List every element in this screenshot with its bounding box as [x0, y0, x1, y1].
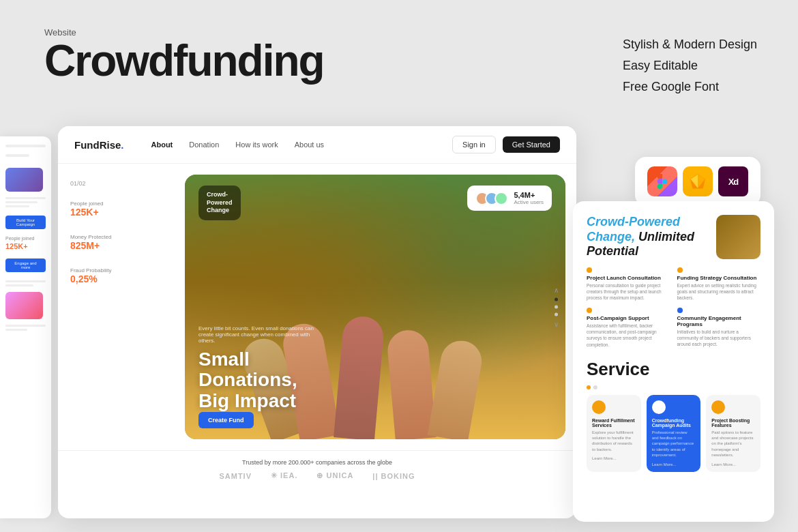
nav-logo: FundRise. — [74, 139, 124, 151]
nav-links: About Donation How its work About us — [151, 141, 453, 149]
rp-service-2: Funding Strategy Consultation Expert adv… — [677, 267, 761, 301]
service-desc-4: Initiatives to build and nurture a commu… — [677, 329, 761, 347]
rp-section-title: Service — [587, 359, 760, 380]
tool-icons-panel: Xd — [635, 157, 760, 206]
active-users-badge: 5,4M+ Active users — [467, 186, 552, 211]
rp-service-4: Community Engagement Programs Initiative… — [677, 308, 761, 347]
hero-section: 01/02 People joined 125K+ Money Protecte… — [58, 164, 576, 450]
card-learn-1[interactable]: Learn More... — [592, 456, 636, 460]
service-title-2: Funding Strategy Consultation — [677, 275, 761, 281]
card-desc-1: Explore your fulfillment solution to han… — [592, 430, 636, 453]
scroll-indicator: ∧ ∨ — [554, 286, 559, 328]
trusted-text: Trusted by more 200.000+ companies acros… — [74, 459, 560, 466]
hero-headline: SmallDonations,Big Impact — [198, 349, 552, 412]
brand-samtiv: SAMTIV — [219, 472, 252, 480]
navbar: FundRise. About Donation How its work Ab… — [58, 126, 576, 164]
service-dot-3 — [587, 308, 592, 313]
nav-logo-dot: . — [121, 139, 123, 151]
rp-card-3: Project Boosting Features Paid options t… — [706, 395, 760, 472]
service-desc-2: Expert advice on setting realistic fundi… — [677, 282, 761, 301]
stat-money: Money Protected 825M+ — [70, 234, 162, 251]
rp-service-3: Post-Campaign Support Assistance with fu… — [587, 308, 670, 347]
rp-pagination — [587, 385, 760, 389]
card-title-2: Crowdfunding Campaign Audits — [652, 418, 696, 428]
hero-stats: 01/02 People joined 125K+ Money Protecte… — [58, 164, 174, 450]
rp-header: Crowd-PoweredChange, UnlimitedPotential — [587, 215, 760, 259]
card-title-3: Project Boosting Features — [711, 418, 755, 428]
service-desc-1: Personal consultation to guide project c… — [587, 282, 670, 301]
avatar-stack — [475, 192, 508, 205]
features-list: Stylish & Modern Design Easy Editable Fr… — [623, 38, 757, 101]
rp-service-1: Project Launch Consultation Personal con… — [587, 267, 670, 301]
rp-card-1: Reward Fulfillment Services Explore your… — [587, 395, 641, 472]
card-learn-2[interactable]: Learn More... — [652, 462, 696, 467]
stat-people: People joined 125K+ — [70, 201, 162, 218]
card-icon-3 — [711, 400, 725, 414]
service-title-3: Post-Campaign Support — [587, 315, 670, 321]
scroll-dot-2 — [555, 306, 558, 309]
active-users-info: 5,4M+ Active users — [514, 191, 544, 205]
avatar-3 — [494, 192, 508, 205]
service-title-4: Community Engagement Programs — [677, 315, 761, 327]
service-dot-4 — [677, 308, 683, 313]
brand-boking: || BOKING — [372, 472, 415, 480]
service-dot-1 — [587, 267, 592, 273]
scroll-dot-3 — [555, 313, 558, 316]
rp-cards-row: Reward Fulfillment Services Explore your… — [587, 395, 760, 472]
hero-subtitle: Every little bit counts. Even small dona… — [198, 325, 321, 344]
card-icon-1 — [592, 400, 606, 414]
stat-fraud: Fraud Probability 0,25% — [70, 267, 162, 284]
get-started-button[interactable]: Get Started — [503, 136, 560, 153]
hero-card-text: Crowd-PoweredChange — [198, 186, 241, 220]
xd-icon: Xd — [718, 166, 748, 196]
pagination-dot-active — [587, 385, 591, 389]
rp-card-2: Crowdfunding Campaign Audits Professiona… — [647, 395, 701, 472]
service-dot-2 — [677, 267, 683, 273]
trusted-section: Trusted by more 200.000+ companies acros… — [58, 450, 576, 488]
hero-image: Crowd-PoweredChange 5,4M+ Active users — [185, 175, 565, 439]
sidebar-blue-btn: Build Your Campaign — [5, 216, 46, 229]
rp-title: Crowd-PoweredChange, UnlimitedPotential — [587, 215, 694, 259]
nav-link-how[interactable]: How its work — [235, 141, 278, 149]
card-desc-3: Paid options to feature and showcase pro… — [711, 430, 755, 458]
signin-button[interactable]: Sign in — [452, 136, 496, 153]
active-users-count: 5,4M+ — [514, 191, 544, 199]
feature-2: Easy Editable — [623, 59, 757, 73]
nav-link-contact[interactable]: About us — [295, 141, 324, 149]
rp-services-grid: Project Launch Consultation Personal con… — [587, 267, 760, 348]
service-desc-3: Assistance with fulfillment, backer comm… — [587, 323, 670, 347]
sketch-icon — [683, 166, 713, 196]
sidebar-people-label: People joined — [5, 236, 46, 241]
nav-actions: Sign in Get Started — [452, 136, 560, 153]
card-icon-2 — [652, 400, 666, 414]
brand-logos: SAMTIV ✳ IEA. ⊕ UNICA || BOKING — [74, 471, 560, 480]
right-detail-panel: Crowd-PoweredChange, UnlimitedPotential … — [573, 201, 774, 522]
scroll-dot-1 — [555, 298, 558, 301]
hero-counter: 01/02 — [70, 180, 162, 187]
sidebar-people-value: 125K+ — [5, 242, 46, 250]
figma-icon — [647, 166, 677, 196]
scroll-up-arrow: ∧ — [554, 286, 559, 294]
pagination-dot-1 — [593, 385, 597, 389]
rp-thumbnail — [716, 215, 760, 259]
top-label-area: Website Crowdfunding — [44, 27, 324, 83]
card-learn-3[interactable]: Learn More... — [711, 462, 755, 467]
rp-title-area: Crowd-PoweredChange, UnlimitedPotential — [587, 215, 694, 259]
scroll-down-arrow: ∨ — [554, 321, 559, 328]
brand-iea: ✳ IEA. — [271, 471, 297, 480]
feature-1: Stylish & Modern Design — [623, 38, 757, 52]
left-sidebar-preview: Build Your Campaign People joined 125K+ … — [0, 136, 51, 518]
feature-3: Free Google Font — [623, 80, 757, 94]
nav-link-about[interactable]: About — [151, 141, 173, 149]
brand-unica: ⊕ UNICA — [316, 471, 353, 480]
card-title-1: Reward Fulfillment Services — [592, 418, 636, 428]
nav-link-donation[interactable]: Donation — [189, 141, 219, 149]
main-mockup: FundRise. About Donation How its work Ab… — [58, 126, 576, 518]
hero-image-wrap: Crowd-PoweredChange 5,4M+ Active users — [185, 175, 565, 439]
hero-overlay: Every little bit counts. Even small dona… — [198, 325, 552, 412]
active-users-label: Active users — [514, 199, 544, 205]
service-title-1: Project Launch Consultation — [587, 275, 670, 281]
sidebar-blue-btn2: Engage and more — [5, 258, 46, 272]
create-fund-button[interactable]: Create Fund — [198, 412, 254, 428]
card-desc-2: Professional review and feedback on camp… — [652, 430, 696, 458]
